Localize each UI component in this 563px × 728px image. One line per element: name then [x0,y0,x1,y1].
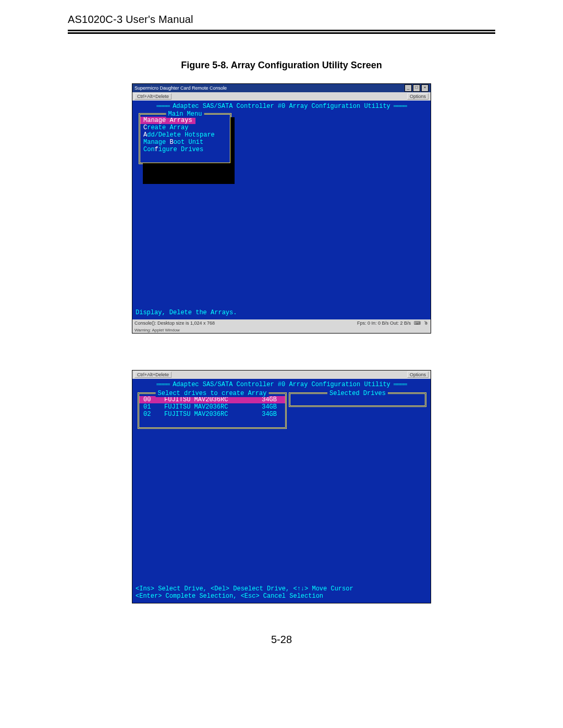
menu-manage-arrays[interactable]: Manage Arrays [140,117,195,124]
drive-list: 00 FUJITSU MAV2036RC 34GB 01 FUJITSU MAV… [139,394,285,418]
menu-configure-drives[interactable]: Configure Drives [140,146,230,153]
menu-manage-boot-unit[interactable]: Manage Boot Unit [140,139,230,146]
menubar-ctrlaltdel[interactable]: Ctrl+Alt+Delete [134,93,172,100]
main-menu-box: Main Menu Manage Arrays Create Array Add… [139,113,231,164]
figure-caption: Figure 5-8. Array Configuration Utility … [68,60,495,71]
help-line-2: <Enter> Complete Selection, <Esc> Cancel… [136,593,323,600]
drive-row-1[interactable]: 01 FUJITSU MAV2036RC 34GB [139,403,285,411]
menubar-2: Ctrl+Alt+Delete Options [132,371,431,379]
spacer [68,334,495,370]
select-drives-title: Select drives to create Array [156,390,269,397]
applet-warning: Warning: Applet Window [132,327,431,333]
close-icon[interactable]: × [421,84,429,92]
selected-drives-box: Selected Drives [289,392,426,407]
utility-banner-2: ════ Adaptec SAS/SATA Controller #0 Arra… [132,379,431,388]
menu-list: Manage Arrays Create Array Add/Delete Ho… [140,115,230,153]
window-title: Supermicro Daughter Card Remote Console [134,85,227,91]
maximize-icon[interactable]: □ [413,84,420,92]
menu-shadow-side [230,117,235,184]
hint-text: Display, Delete the Arrays. [136,309,237,316]
page-number: 5-28 [68,634,495,646]
menu-create-array[interactable]: Create Array [140,124,230,131]
status-desktop-size: Console(): Desktop size is 1,024 x 768 [134,320,215,326]
drive-row-2[interactable]: 02 FUJITSU MAV2036RC 34GB [139,411,285,418]
status-fps: Fps: 0 In: 0 B/s Out: 2 B/s [357,320,411,326]
menubar-options[interactable]: Options [407,93,429,100]
dos-screen-1: ════ Adaptec SAS/SATA Controller #0 Arra… [132,101,431,319]
screenshot-1: Supermicro Daughter Card Remote Console … [132,83,431,334]
document-page: AS1020C-3 User's Manual Figure 5-8. Arra… [68,0,495,728]
mouse-icon: 🖱 [424,320,429,326]
menu-add-delete-hotspare[interactable]: Add/Delete Hotspare [140,131,230,139]
utility-banner: ════ Adaptec SAS/SATA Controller #0 Arra… [132,101,431,110]
menu-shadow [143,163,232,184]
manual-title: AS1020C-3 User's Manual [68,14,495,26]
main-menu-title: Main Menu [166,110,204,118]
minimize-icon[interactable]: _ [405,84,412,92]
statusbar: Console(): Desktop size is 1,024 x 768 F… [132,319,431,327]
window-controls: _ □ × [405,84,429,92]
dos-screen-2: ════ Adaptec SAS/SATA Controller #0 Arra… [132,379,431,603]
menubar: Ctrl+Alt+Delete Options [132,92,431,101]
screenshot-2: Ctrl+Alt+Delete Options ════ Adaptec SAS… [132,370,431,603]
select-drives-box: Select drives to create Array 00 FUJITSU… [138,392,287,429]
selected-drives-title: Selected Drives [327,390,388,397]
help-line-1: <Ins> Select Drive, <Del> Deselect Drive… [136,585,353,593]
menubar-options-2[interactable]: Options [407,372,429,378]
header-divider [68,30,495,34]
window-titlebar: Supermicro Daughter Card Remote Console … [132,84,431,92]
menubar-ctrlaltdel-2[interactable]: Ctrl+Alt+Delete [134,372,172,378]
page-header: AS1020C-3 User's Manual [68,0,495,34]
keyboard-icon: ⌨ [414,320,421,326]
drive-row-0[interactable]: 00 FUJITSU MAV2036RC 34GB [139,396,285,403]
